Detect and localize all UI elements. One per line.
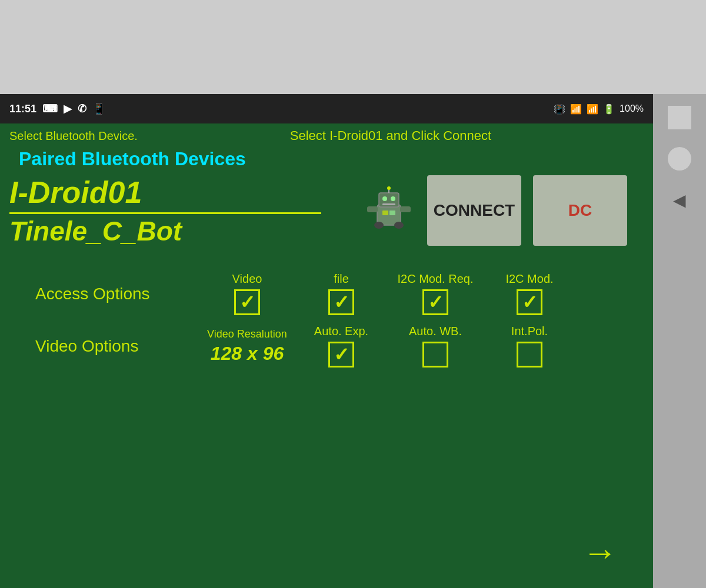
device-row: I-Droid01 Tinele_C_Bot: [0, 172, 653, 249]
select-instruction: Select I-Droid01 and Click Connect: [138, 128, 644, 143]
robot-svg: [362, 184, 415, 237]
option-i2c-mod: I2C Mod.: [482, 272, 577, 315]
svg-rect-12: [389, 211, 395, 215]
status-bar: 11:51 ⌨ ▶ ✆ 📱 📳 📶 📶 🔋 100%: [0, 94, 653, 123]
device-name-underline: [9, 212, 321, 214]
option-int-pol-label: Int.Pol.: [511, 325, 548, 338]
svg-point-8: [394, 222, 404, 229]
video-resolution-label: Video Resalution: [207, 328, 287, 340]
vibrate-icon: 📳: [554, 103, 565, 115]
back-button[interactable]: ◀: [668, 188, 691, 212]
video-options-label: Video Options: [35, 337, 200, 356]
option-file: file: [294, 272, 388, 315]
status-right: 📳 📶 📶 🔋 100%: [554, 103, 644, 115]
option-auto-exp-label: Auto. Exp.: [314, 325, 368, 338]
device-name-block: I-Droid01 Tinele_C_Bot: [9, 175, 351, 247]
option-i2c-req-checkbox[interactable]: [422, 289, 448, 315]
option-video-checkbox[interactable]: [234, 289, 260, 315]
instruction-row: Select Bluetooth Device. Select I-Droid0…: [0, 123, 653, 146]
device-name-secondary[interactable]: Tinele_C_Bot: [9, 215, 351, 247]
option-file-checkbox[interactable]: [328, 289, 354, 315]
top-gray-area: [0, 0, 706, 94]
option-int-pol-checkbox[interactable]: [517, 342, 542, 368]
scrollbar-square-button[interactable]: [668, 106, 691, 129]
access-options-row: Access Options Video file I2C Mod. Req. …: [35, 272, 618, 315]
svg-rect-11: [382, 211, 388, 215]
access-options-label: Access Options: [35, 285, 200, 303]
robot-image: [362, 184, 415, 237]
option-auto-wb-label: Auto. WB.: [409, 325, 462, 338]
option-i2c-req-label: I2C Mod. Req.: [398, 272, 474, 286]
option-i2c-mod-checkbox[interactable]: [517, 289, 542, 315]
video-resolution-value[interactable]: 128 x 96: [211, 343, 284, 365]
youtube-icon: ▶: [64, 102, 72, 115]
wifi-icon: 📶: [570, 103, 582, 115]
option-file-label: file: [334, 272, 349, 286]
connect-button[interactable]: CONNECT: [427, 175, 521, 246]
svg-rect-4: [382, 203, 395, 205]
option-video-label: Video: [232, 272, 262, 286]
svg-point-7: [374, 222, 384, 229]
spacer: [0, 249, 653, 260]
time-display: 11:51: [9, 103, 36, 115]
phone-x-icon: ✆: [78, 102, 86, 115]
svg-point-3: [391, 196, 395, 201]
signal-icon: 📶: [587, 103, 598, 115]
option-i2c-req: I2C Mod. Req.: [388, 272, 482, 315]
battery-percent: 100%: [620, 103, 644, 114]
video-options-row: Video Options Video Resalution 128 x 96 …: [35, 325, 618, 368]
app-container: Select Bluetooth Device. Select I-Droid0…: [0, 123, 653, 588]
option-auto-wb: Auto. WB.: [388, 325, 482, 368]
paired-label-container: Paired Bluetooth Devices: [0, 146, 653, 172]
next-arrow[interactable]: →: [582, 535, 618, 570]
battery-icon: 🔋: [603, 103, 615, 115]
options-section: Access Options Video file I2C Mod. Req. …: [0, 260, 653, 368]
svg-rect-10: [400, 206, 411, 212]
option-i2c-mod-label: I2C Mod.: [505, 272, 553, 286]
option-auto-exp: Auto. Exp.: [294, 325, 388, 368]
scrollbar-area: ◀: [653, 94, 706, 588]
option-auto-exp-checkbox[interactable]: [328, 342, 354, 368]
dc-button[interactable]: DC: [533, 175, 627, 246]
keyboard-icon: ⌨: [42, 102, 58, 115]
option-int-pol: Int.Pol.: [482, 325, 577, 368]
svg-point-2: [382, 196, 387, 201]
device-name-primary[interactable]: I-Droid01: [9, 175, 351, 210]
option-auto-wb-checkbox[interactable]: [422, 342, 448, 368]
phone-check-icon: 📱: [92, 102, 105, 115]
option-video: Video: [200, 272, 294, 315]
svg-point-6: [387, 186, 391, 190]
select-bt-label: Select Bluetooth Device.: [9, 129, 138, 143]
status-left: 11:51 ⌨ ▶ ✆ 📱: [9, 102, 105, 115]
video-resolution-col: Video Resalution 128 x 96: [200, 328, 294, 365]
scrollbar-circle-button[interactable]: [668, 147, 691, 171]
paired-bluetooth-label: Paired Bluetooth Devices: [9, 146, 255, 172]
svg-rect-9: [367, 206, 378, 212]
